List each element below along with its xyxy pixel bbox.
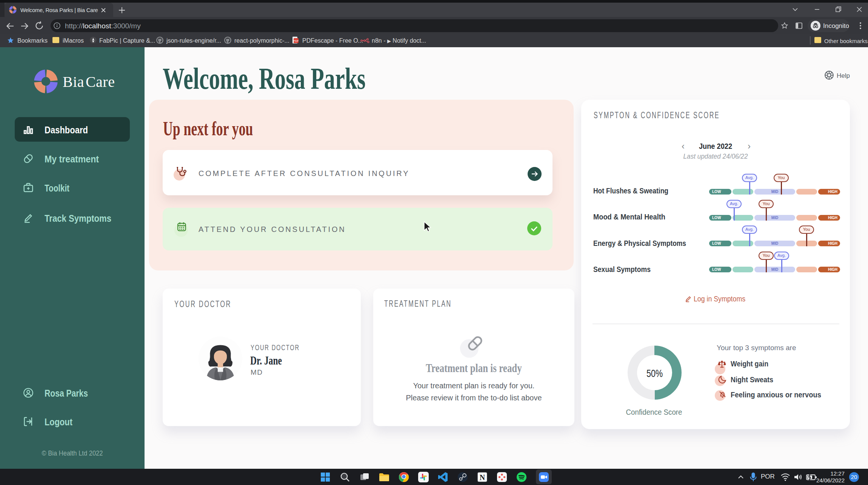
svg-text:N: N (480, 473, 485, 482)
svg-text:PDF: PDF (294, 40, 299, 42)
